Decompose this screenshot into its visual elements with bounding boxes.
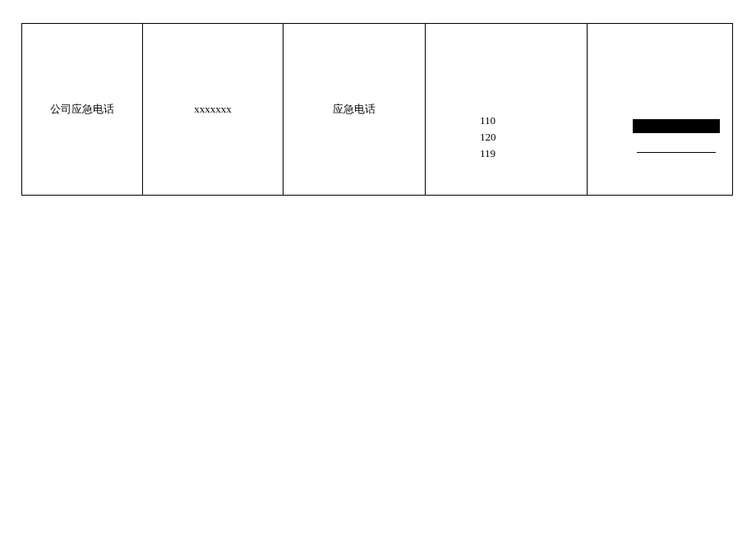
emergency-number-3: 119 — [480, 145, 496, 162]
company-emergency-phone-value: xxxxxxx — [194, 103, 232, 116]
signature-cell — [587, 23, 733, 196]
emergency-contact-table: 公司应急电话 xxxxxxx 应急电话 110 120 119 — [21, 23, 735, 196]
company-emergency-phone-label: 公司应急电话 — [50, 102, 114, 117]
emergency-phone-label: 应急电话 — [333, 102, 376, 117]
emergency-numbers-cell: 110 120 119 — [425, 23, 588, 196]
emergency-phone-label-cell: 应急电话 — [283, 23, 426, 196]
emergency-number-1: 110 — [480, 113, 496, 129]
emergency-number-2: 120 — [480, 129, 496, 145]
signature-line — [637, 152, 716, 153]
emergency-numbers-list: 110 120 119 — [480, 113, 496, 162]
redacted-bar — [633, 119, 720, 133]
company-emergency-phone-value-cell: xxxxxxx — [142, 23, 284, 196]
company-emergency-phone-label-cell: 公司应急电话 — [21, 23, 143, 196]
